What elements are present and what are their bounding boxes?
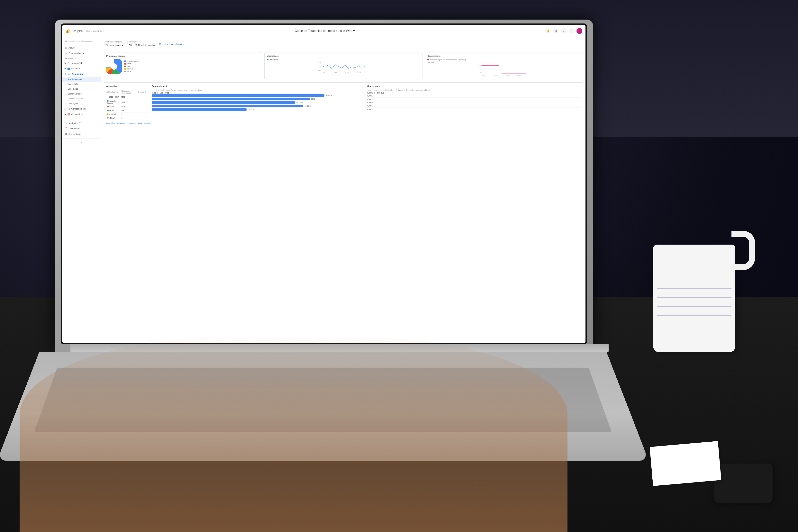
conversions-value: 100,00 %	[428, 61, 581, 63]
dimension-select[interactable]: Principaux canaux ▾	[104, 43, 125, 48]
settings-icon: ⚙	[64, 133, 67, 135]
conv-row-5: 0,00 %	[367, 108, 581, 111]
sidebar-trafic-label: Tout le trafic	[68, 83, 78, 85]
star-icon: ★	[64, 52, 67, 55]
coffee-mug	[642, 215, 759, 352]
chevron-right-icon-4: ▶	[64, 113, 66, 116]
bar-fill-direct	[152, 101, 295, 104]
sidebar-item-conversions[interactable]: ▶ 🎯 Conversions	[62, 112, 101, 117]
table-row: Referral 97	[106, 113, 147, 116]
sidebar-item-reseaux-sociaux[interactable]: Réseaux sociaux	[62, 96, 101, 101]
mug-stripe-2	[657, 288, 732, 289]
svg-rect-1	[67, 30, 68, 33]
legend-social: Social	[124, 63, 139, 65]
audience-icon: 👥	[67, 67, 70, 70]
dimension-label: Dimension principale	[104, 41, 125, 43]
sidebar-acquisition-label: Acquisition	[72, 73, 83, 75]
legend-direct: Direct	[124, 65, 139, 67]
organic-dot	[124, 60, 126, 62]
filter-bar: Dimension principale Principaux canaux ▾…	[104, 39, 583, 49]
sidebar-attribution-label: Attribution BÊTA	[69, 122, 82, 125]
col-rebond: Taux de rebond	[152, 89, 164, 91]
acquisition-data-table: Utilisateurs ↕ Nouveaux utilisateurs Ses…	[106, 89, 147, 120]
mug-stripe-7	[657, 311, 732, 311]
svg-text:10 août: 10 août	[494, 75, 498, 76]
bottom-table-section: Acquisition Utilisateurs ↕ Nouveaux util…	[104, 82, 583, 127]
sidebar-item-comportement[interactable]: ▶ 📋 Comportement	[62, 106, 101, 112]
col-valeur: Valeur de l'objectif 1	[416, 89, 432, 91]
mug-body	[653, 245, 735, 352]
svg-text:17 août: 17 août	[345, 72, 349, 73]
svg-text:24 août: 24 août	[357, 72, 361, 73]
analytics-logo-icon	[65, 28, 70, 33]
sidebar-comportement-label: Comportement	[71, 108, 86, 110]
sidebar-item-decouverte[interactable]: 📍 Découverte	[62, 126, 101, 131]
bar-row-direct: 76,36 %	[152, 101, 362, 104]
ga-header-actions: 🔔 ⊞ ? ⋮	[545, 28, 582, 34]
sidebar-item-vue-densemble[interactable]: Vue d'ensemble	[62, 77, 101, 81]
svg-text:200: 200	[318, 70, 321, 71]
ga-logo-area: Analytics Tous les comptes >	[65, 28, 104, 33]
table-row: ━ 7168 7041 8100	[106, 95, 147, 99]
mug-handle	[732, 231, 755, 270]
conv-row-2: 0,00 %	[367, 98, 581, 101]
acquisition-table-title: Acquisition	[106, 85, 147, 87]
conversions-metric-label: Newsletter sign in (Taux de conversion –…	[428, 59, 581, 61]
sidebar-item-personnalisation[interactable]: ★ Personnalisation	[62, 51, 101, 56]
sidebar-collapse-icon[interactable]: ‹	[81, 141, 82, 144]
conversions-icon: 🎯	[67, 113, 70, 116]
col-sessions: Sessions	[137, 89, 147, 95]
pie-legend: Organic Search Social Dire	[124, 60, 139, 73]
sidebar-item-tout-trafic[interactable]: Tout le trafic	[62, 81, 101, 87]
chevron-right-icon-3: ▶	[64, 108, 66, 110]
bar-chart-container: 82,87 % 80,32 % 76,36 %	[152, 94, 362, 111]
organic-color-dot	[107, 100, 109, 102]
bar-fill-social	[152, 98, 310, 100]
laptop-lid: Analytics Tous les comptes > Copie de To…	[55, 20, 593, 352]
notebook-area	[651, 424, 729, 483]
apps-icon[interactable]: ⊞	[553, 28, 558, 34]
discover-icon: 📍	[64, 127, 67, 130]
conversion-select[interactable]: Objectif 1: Newsletter sign in ▾	[127, 43, 157, 48]
sidebar-item-temps-reel[interactable]: ▶ ⏱ Temps réel	[62, 60, 101, 66]
notification-icon[interactable]: 🔔	[545, 28, 551, 34]
help-icon[interactable]: ?	[561, 28, 566, 34]
sidebar-item-administration[interactable]: ⚙ Administration	[62, 131, 101, 137]
sidebar-item-acquisition[interactable]: ▼ 📊 Acquisition	[62, 71, 101, 77]
conv-row-4: 0,00 %	[367, 104, 581, 108]
sidebar-audience-label: Audience	[71, 67, 80, 70]
mug-stripe-3	[657, 293, 732, 293]
bar-row-referral: 83,65 %	[152, 105, 362, 107]
pie-chart-svg	[106, 59, 122, 74]
modify-channel-groups-link[interactable]: Modifier le groupe de canaux	[159, 43, 185, 45]
sidebar-item-search-console[interactable]: Search Console	[62, 91, 101, 96]
ga-main-layout: 🔍 Rechercher dans les rapports 🏠 Accueil…	[62, 37, 586, 343]
user-avatar[interactable]	[576, 28, 582, 34]
bar-row-social: 80,32 %	[152, 98, 362, 100]
sidebar-item-accueil[interactable]: 🏠 Accueil	[62, 45, 101, 51]
more-icon[interactable]: ⋮	[569, 28, 574, 34]
sidebar-item-audience[interactable]: ▶ 👥 Audience	[62, 66, 101, 71]
sidebar-tempsreel-label: Temps réel	[71, 62, 82, 64]
mug-stripe-5	[657, 302, 732, 302]
col-duree: Durée moyenne des sessions	[178, 89, 202, 91]
mug-stripe-4	[657, 297, 732, 298]
referral-dot	[124, 68, 126, 70]
sidebar-decouverte-label: Découverte	[69, 127, 79, 130]
bar-fill-organic	[152, 94, 324, 97]
col-taux: Taux de conversion de l'objectif 1	[367, 89, 393, 91]
svg-text:10 août: 10 août	[334, 72, 337, 73]
ga-brand-label: Analytics	[72, 30, 82, 33]
sidebar-item-campagnes[interactable]: Campagnes	[62, 101, 101, 106]
sidebar-search[interactable]: 🔍 Rechercher dans les rapports	[62, 38, 101, 44]
ga-header: Analytics Tous les comptes > Copie de To…	[62, 25, 586, 37]
sidebar-item-attribution[interactable]: 🔗 Attribution BÊTA	[62, 120, 101, 126]
acquisition-icon: 📊	[68, 73, 71, 75]
conversions-rows: 0,00 % 0,00 % 0,00 % 0,00 % 0,00 %	[367, 94, 581, 111]
conversion-label: Conversion	[127, 41, 157, 43]
sidebar-item-google-ads[interactable]: Google Ads	[62, 87, 101, 91]
footer-note[interactable]: Pour afficher l'ensemble des 5 Canaux, v…	[106, 122, 581, 124]
sidebar-administration-label: Administration	[69, 133, 82, 135]
card-principaux-canaux: Principaux canaux	[104, 52, 262, 79]
bar-row-other: 75,00 %	[152, 108, 362, 111]
